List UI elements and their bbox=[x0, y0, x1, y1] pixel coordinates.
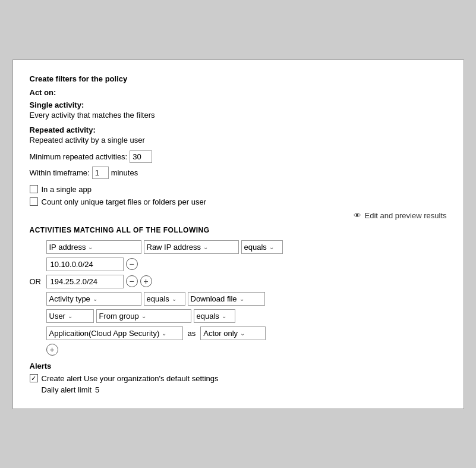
unique-files-checkbox[interactable] bbox=[30, 197, 38, 206]
daily-limit-value: 5 bbox=[95, 385, 99, 394]
single-activity-label: Single activity: bbox=[30, 100, 447, 109]
filter-equals-3[interactable]: equals ⌄ bbox=[194, 309, 235, 323]
single-activity-desc: Every activity that matches the filters bbox=[30, 111, 447, 120]
repeated-activity-desc: Repeated activity by a single user bbox=[30, 136, 447, 145]
remove-ip2-button[interactable]: − bbox=[126, 275, 138, 287]
or-label: OR bbox=[30, 277, 42, 286]
filter-raw-ip-label: Raw IP address bbox=[147, 243, 201, 252]
filter-application[interactable]: Applicaition(Cloud App Security) ⌄ bbox=[46, 326, 183, 340]
filter-from-group[interactable]: From group ⌄ bbox=[96, 309, 191, 323]
add-filter-button[interactable]: + bbox=[46, 344, 58, 356]
timeframe-unit: minutes bbox=[111, 168, 138, 177]
remove-ip1-button[interactable]: − bbox=[126, 258, 138, 270]
filter-download-file-label: Download file bbox=[191, 294, 237, 303]
min-repeated-label: Minimum repeated activities: bbox=[30, 152, 128, 161]
filter-activity-type[interactable]: Activity type ⌄ bbox=[46, 292, 141, 306]
filter-actor-only-label: Actor only bbox=[203, 329, 238, 338]
min-repeated-input[interactable] bbox=[130, 150, 152, 163]
filter-from-group-label: From group bbox=[99, 312, 139, 321]
alerts-section: Alerts ✓ Create alert Use your organizat… bbox=[30, 362, 447, 394]
act-on-label: Act on: bbox=[30, 88, 447, 97]
create-alert-checkbox[interactable]: ✓ bbox=[30, 374, 38, 382]
filter-equals-1[interactable]: equals ⌄ bbox=[241, 240, 283, 254]
filter-application-chevron: ⌄ bbox=[162, 330, 166, 337]
single-app-checkbox[interactable] bbox=[30, 185, 38, 193]
filter-user-label: User bbox=[49, 312, 65, 321]
create-alert-label: Create alert Use your organization's def… bbox=[42, 374, 219, 383]
filter-equals-1-chevron: ⌄ bbox=[269, 244, 274, 250]
add-ip-button[interactable]: + bbox=[140, 275, 152, 287]
filter-field-ip-chevron: ⌄ bbox=[88, 244, 93, 250]
filter-download-file-chevron: ⌄ bbox=[239, 296, 244, 302]
filter-equals-2[interactable]: equals ⌄ bbox=[144, 292, 185, 306]
alerts-title: Alerts bbox=[30, 362, 447, 370]
filter-application-label: Applicaition(Cloud App Security) bbox=[49, 329, 160, 338]
unique-files-label: Count only unique target files or folder… bbox=[42, 197, 207, 206]
filter-actor-only-chevron: ⌄ bbox=[240, 330, 245, 337]
within-timeframe-label: Within timeframe: bbox=[30, 168, 90, 177]
filter-activity-type-chevron: ⌄ bbox=[93, 296, 97, 302]
preview-eye-icon: 👁 bbox=[354, 211, 361, 220]
filter-equals-1-label: equals bbox=[244, 243, 267, 252]
filter-equals-3-chevron: ⌄ bbox=[222, 313, 226, 319]
preview-label[interactable]: Edit and preview results bbox=[364, 211, 446, 220]
filter-raw-ip[interactable]: Raw IP address ⌄ bbox=[144, 240, 239, 254]
filter-actor-only[interactable]: Actor only ⌄ bbox=[200, 326, 266, 340]
filter-user-chevron: ⌄ bbox=[68, 313, 72, 319]
ip-input-1[interactable] bbox=[46, 257, 124, 271]
filter-equals-2-label: equals bbox=[147, 294, 169, 303]
filter-activity-type-label: Activity type bbox=[49, 294, 90, 303]
filter-field-ip[interactable]: IP address ⌄ bbox=[46, 240, 141, 254]
filter-download-file[interactable]: Download file ⌄ bbox=[188, 292, 265, 306]
activities-header: ACTIVITIES MATCHING ALL OF THE FOLLOWING bbox=[30, 226, 447, 234]
single-app-label: In a single app bbox=[42, 185, 92, 194]
daily-limit-label: Daily alert limit bbox=[42, 385, 92, 394]
as-label: as bbox=[185, 329, 198, 338]
filter-raw-ip-chevron: ⌄ bbox=[203, 244, 208, 250]
filter-equals-3-label: equals bbox=[197, 312, 219, 321]
filter-from-group-chevron: ⌄ bbox=[141, 313, 146, 319]
timeframe-input[interactable] bbox=[92, 167, 109, 179]
repeated-activity-label: Repeated activity: bbox=[30, 125, 447, 134]
panel-title: Create filters for the policy bbox=[30, 74, 447, 83]
filter-equals-2-chevron: ⌄ bbox=[172, 296, 176, 302]
filter-user[interactable]: User ⌄ bbox=[46, 309, 94, 323]
filter-field-ip-label: IP address bbox=[49, 243, 86, 252]
ip-input-2[interactable] bbox=[46, 275, 124, 288]
main-panel: Create filters for the policy Act on: Si… bbox=[12, 59, 464, 409]
